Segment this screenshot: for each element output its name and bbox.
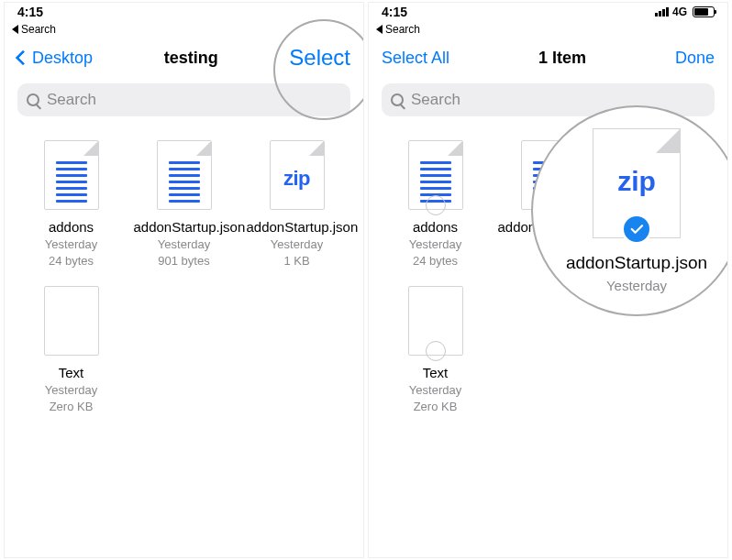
status-time: 4:15 bbox=[382, 5, 407, 19]
file-thumbnail bbox=[519, 138, 578, 212]
file-item[interactable]: addonStartup.json Yesterday 901 bytes bbox=[130, 138, 238, 269]
signal-icon bbox=[655, 7, 669, 16]
file-grid: addons Yesterday 24 bytes addonStartup.j… bbox=[5, 122, 363, 431]
file-size: Zero KB bbox=[50, 400, 94, 414]
doc-icon bbox=[157, 140, 212, 210]
file-thumbnail bbox=[155, 138, 214, 212]
file-item[interactable]: zip addonStartup.json Yesterday 1 KB bbox=[243, 138, 350, 269]
file-name: addonStartup.jso bbox=[498, 219, 599, 236]
blank-icon bbox=[44, 286, 99, 356]
status-bar: 4:15 bbox=[5, 3, 363, 21]
file-date: Yesterday bbox=[45, 237, 97, 252]
file-date: Yesterday bbox=[271, 237, 323, 252]
status-indicators: 4G bbox=[655, 5, 715, 18]
file-size: 1 KB bbox=[283, 254, 309, 269]
file-name: Text bbox=[59, 365, 84, 381]
file-grid: addons Yesterday 24 bytes addonStartup.j… bbox=[369, 122, 727, 431]
zip-icon: zip bbox=[270, 140, 325, 210]
search-bar[interactable]: Search bbox=[17, 83, 350, 116]
screenshot-left: 4:15 Search Desktop testing Select Searc… bbox=[4, 2, 364, 558]
file-size: 24 bytes bbox=[49, 254, 94, 269]
search-bar[interactable]: Search bbox=[382, 83, 715, 116]
breadcrumb[interactable]: Search bbox=[5, 21, 363, 38]
file-date: Yesterday bbox=[45, 383, 97, 398]
file-item[interactable]: Text Yesterday Zero KB bbox=[382, 284, 489, 415]
breadcrumb-label: Search bbox=[21, 23, 56, 36]
selection-indicator[interactable] bbox=[426, 195, 446, 215]
search-icon bbox=[27, 93, 39, 106]
doc-icon bbox=[521, 140, 576, 210]
selection-indicator[interactable] bbox=[426, 341, 446, 361]
status-time: 4:15 bbox=[17, 5, 43, 19]
back-label: Desktop bbox=[32, 49, 93, 68]
file-size: Zero KB bbox=[414, 400, 458, 414]
nav-bar: Desktop testing Select bbox=[5, 38, 363, 78]
file-item[interactable]: addons Yesterday 24 bytes bbox=[17, 138, 125, 269]
network-label: 4G bbox=[672, 5, 687, 18]
status-bar: 4:15 4G bbox=[369, 3, 727, 21]
battery-icon bbox=[693, 6, 715, 17]
file-name: Text bbox=[423, 365, 449, 381]
breadcrumb-label: Search bbox=[385, 23, 420, 36]
zip-label: zip bbox=[271, 167, 324, 191]
search-icon bbox=[391, 93, 404, 106]
file-name: addons bbox=[413, 219, 458, 236]
file-item[interactable]: addonStartup.jso bbox=[494, 138, 602, 269]
file-thumbnail bbox=[42, 138, 101, 212]
doc-icon bbox=[44, 140, 99, 210]
file-name: addonStartup.json bbox=[247, 219, 348, 236]
select-button[interactable]: Select bbox=[289, 45, 350, 71]
file-thumbnail bbox=[42, 284, 101, 357]
file-thumbnail bbox=[406, 138, 465, 212]
chevron-left-icon bbox=[16, 50, 31, 66]
file-thumbnail: zip bbox=[268, 138, 327, 212]
file-thumbnail bbox=[406, 284, 465, 357]
file-item[interactable]: addons Yesterday 24 bytes bbox=[382, 138, 489, 269]
file-size: 24 bytes bbox=[413, 254, 458, 269]
select-all-button[interactable]: Select All bbox=[382, 49, 449, 68]
file-date: Yesterday bbox=[409, 237, 461, 252]
breadcrumb[interactable]: Search bbox=[369, 21, 727, 38]
nav-bar: Select All 1 Item Done bbox=[369, 38, 727, 78]
page-title: 1 Item bbox=[538, 49, 586, 68]
screenshot-right: 4:15 4G Search Select All 1 Item Done Se… bbox=[368, 2, 728, 558]
search-placeholder: Search bbox=[411, 91, 460, 109]
select-all-label: Select All bbox=[382, 49, 449, 68]
file-date: Yesterday bbox=[409, 383, 461, 398]
file-date: Yesterday bbox=[158, 237, 210, 252]
file-name: addons bbox=[49, 219, 94, 236]
caret-left-icon bbox=[12, 25, 18, 34]
file-item[interactable]: Text Yesterday Zero KB bbox=[17, 284, 125, 415]
caret-left-icon bbox=[376, 25, 383, 34]
file-size: 901 bytes bbox=[158, 254, 209, 269]
file-name: addonStartup.json bbox=[134, 219, 235, 236]
back-button[interactable]: Desktop bbox=[17, 49, 93, 68]
page-title: testing bbox=[164, 49, 218, 68]
done-button[interactable]: Done bbox=[675, 49, 715, 68]
search-placeholder: Search bbox=[47, 91, 96, 109]
